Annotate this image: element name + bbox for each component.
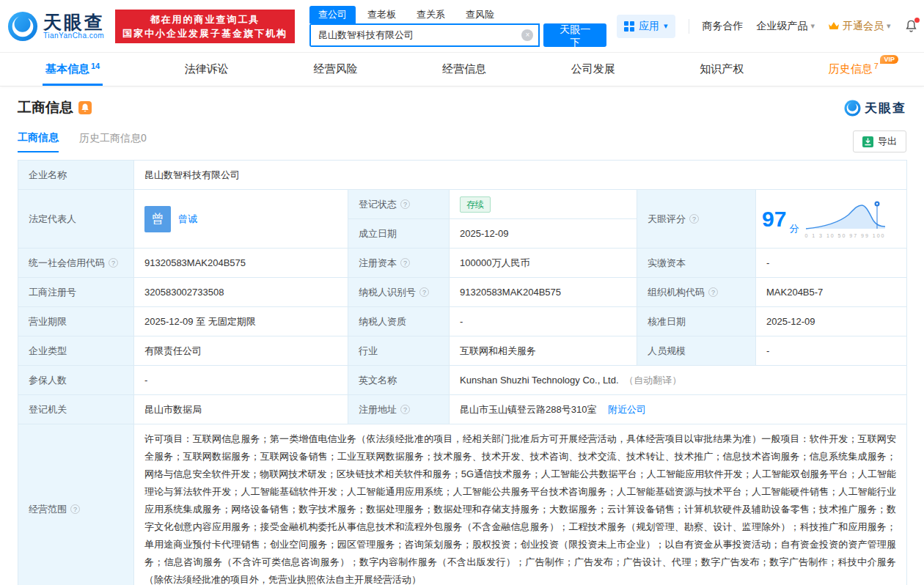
table-row: 企业类型 有限责任公司 行业 互联网和相关服务 人员规模 - [18, 336, 907, 366]
credit-code-value: 91320583MAK204B575 [134, 249, 348, 278]
nav-divider [689, 19, 689, 34]
reg-number-label: 工商注册号 [18, 278, 134, 307]
logo-swirl-icon [7, 11, 38, 42]
search-button[interactable]: 天眼一下 [543, 23, 606, 47]
legal-rep-label: 法定代表人 [18, 190, 134, 249]
help-icon[interactable]: ? [419, 287, 429, 297]
notification-bell-icon[interactable] [904, 19, 918, 33]
nav-enterprise-products[interactable]: 企业级产品 ▾ [757, 20, 815, 33]
grid-icon [624, 21, 634, 32]
help-icon[interactable]: ? [109, 258, 118, 268]
paid-capital-label: 实缴资本 [637, 249, 756, 278]
nav-membership[interactable]: 开通会员 ▾ [828, 20, 891, 33]
english-name-value: Kunshan Shuzhi Technology Co., Ltd. [460, 375, 619, 386]
help-icon[interactable]: ? [400, 405, 410, 414]
score-axis-ticks: 0 1 3 10 50 97 99 100 [804, 233, 887, 238]
business-scope-value: 许可项目：互联网信息服务；第一类增值电信业务（依法须经批准的项目，经相关部门批准… [134, 424, 907, 585]
search-tab-company[interactable]: 查公司 [309, 6, 356, 23]
staff-size-value: - [756, 336, 907, 366]
table-row: 登记机关 昆山市数据局 注册地址? 昆山市玉山镇登云路288号310室 附近公司 [18, 395, 907, 424]
tab-intellectual-property[interactable]: 知识产权 [697, 53, 747, 86]
search-tabs: 查公司 查老板 查关系 查风险 [309, 6, 606, 23]
tab-operation-risk[interactable]: 经营风险 [310, 53, 360, 86]
insured-count-value: - [134, 366, 348, 395]
insured-count-label: 参保人数 [18, 366, 134, 395]
search-input[interactable] [311, 25, 538, 45]
taxpayer-id-value: 91320583MAK204B575 [450, 278, 637, 307]
establish-date-label: 成立日期 [348, 219, 450, 249]
english-name-label: 英文名称 [348, 366, 450, 395]
search-tab-boss[interactable]: 查老板 [359, 6, 405, 23]
search-block: 查公司 查老板 查关系 查风险 × 天眼一下 [309, 6, 606, 47]
promo-banner: 都在用的商业查询工具 国家中小企业发展子基金旗下机构 [115, 10, 295, 43]
top-nav: 应用 ▾ 商务合作 企业级产品 ▾ 开通会员 ▾ 超级风... [617, 15, 924, 38]
apps-label: 应用 [639, 20, 659, 33]
taxpayer-qualification-value: - [450, 307, 637, 336]
score-unit: 分 [789, 222, 799, 235]
business-scope-label: 经营范围 [29, 504, 67, 515]
brand-domain: TianYanCha.com [43, 32, 105, 40]
tab-count: 7 [874, 62, 879, 70]
paid-capital-value: - [756, 249, 907, 278]
reg-address-label: 注册地址 [359, 404, 397, 415]
business-info-table: 企业名称 昆山数智科技有限公司 法定代表人 曾 曾诚 登记状态? 存续 天眼评分… [18, 160, 907, 585]
help-icon[interactable]: ? [70, 504, 80, 514]
org-code-value: MAK204B5-7 [756, 278, 907, 307]
table-row: 统一社会信用代码? 91320583MAK204B575 注册资本? 10000… [18, 249, 907, 278]
nearby-companies-link[interactable]: 附近公司 [608, 404, 646, 415]
approval-date-label: 核准日期 [637, 307, 756, 336]
clear-search-icon[interactable]: × [521, 29, 533, 41]
taxpayer-qualification-label: 纳税人资质 [348, 307, 450, 336]
export-button[interactable]: 导出 [853, 130, 906, 152]
promo-line-2: 国家中小企业发展子基金旗下机构 [122, 26, 287, 40]
tab-count: 14 [91, 62, 100, 70]
search-tab-relation[interactable]: 查关系 [408, 6, 454, 23]
vip-badge: VIP [880, 55, 898, 64]
main-content: 工商信息 天眼查 工商信息 历史工商信息0 导出 [0, 87, 924, 585]
announcement-bell-icon[interactable] [78, 101, 92, 114]
subtab-history-business-info[interactable]: 历史工商信息0 [79, 132, 147, 152]
english-name-note: （自动翻译） [624, 375, 681, 386]
staff-size-label: 人员规模 [637, 336, 756, 366]
credit-code-label: 统一社会信用代码 [29, 257, 105, 268]
tianyancha-logo[interactable]: 天眼查 TianYanCha.com [7, 11, 105, 42]
taxpayer-id-label: 纳税人识别号 [359, 287, 416, 298]
crown-icon [828, 21, 840, 31]
watermark-text: 天眼查 [865, 100, 906, 117]
help-icon[interactable]: ? [689, 214, 699, 224]
subtab-business-info[interactable]: 工商信息 [18, 131, 59, 152]
help-icon[interactable]: ? [400, 199, 410, 209]
company-type-value: 有限责任公司 [134, 336, 348, 366]
apps-button[interactable]: 应用 ▾ [617, 15, 675, 38]
reg-capital-label: 注册资本 [359, 257, 397, 268]
tab-history-info[interactable]: 历史信息7 VIP [826, 53, 881, 86]
table-row: 企业名称 昆山数智科技有限公司 [18, 161, 907, 190]
avatar: 曾 [144, 206, 171, 232]
status-badge: 存续 [460, 196, 491, 213]
table-row: 工商注册号 320583002733508 纳税人识别号? 91320583MA… [18, 278, 907, 307]
nav-biz-coop[interactable]: 商务合作 [703, 20, 744, 33]
business-term-label: 营业期限 [18, 307, 134, 336]
reg-authority-value: 昆山市数据局 [134, 395, 348, 424]
industry-value: 互联网和相关服务 [450, 336, 637, 366]
notification-dot [914, 18, 920, 23]
top-header: 天眼查 TianYanCha.com 都在用的商业查询工具 国家中小企业发展子基… [0, 0, 924, 53]
legal-rep-link[interactable]: 曾诚 [178, 213, 197, 226]
tab-basic-info[interactable]: 基本信息14 [43, 53, 103, 86]
company-name-label: 企业名称 [18, 161, 134, 190]
table-row: 经营范围? 许可项目：互联网信息服务；第一类增值电信业务（依法须经批准的项目，经… [18, 424, 907, 585]
tab-legal-litigation[interactable]: 法律诉讼 [182, 53, 232, 86]
help-icon[interactable]: ? [400, 258, 410, 268]
score-label: 天眼评分 [648, 213, 686, 224]
search-tab-risk[interactable]: 查风险 [457, 6, 503, 23]
reg-number-value: 320583002733508 [134, 278, 348, 307]
tab-company-development[interactable]: 公司发展 [568, 53, 618, 86]
help-icon[interactable]: ? [708, 287, 718, 297]
brand-name: 天眼查 [43, 12, 105, 32]
tab-operation-info[interactable]: 经营信息 [439, 53, 489, 86]
score-chart: 0 1 3 10 50 97 99 100 [804, 199, 887, 238]
score-value: 97 [762, 208, 786, 230]
promo-line-1: 都在用的商业查询工具 [122, 12, 287, 26]
table-row: 营业期限 2025-12-09 至 无固定期限 纳税人资质 - 核准日期 202… [18, 307, 907, 336]
chevron-down-icon: ▾ [811, 21, 815, 31]
